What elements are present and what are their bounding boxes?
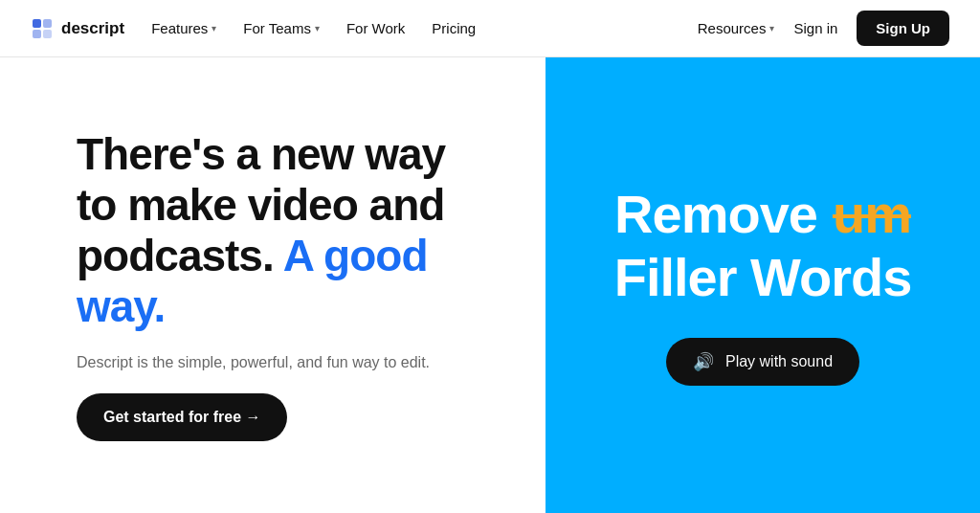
remove-line: Remove um [614, 185, 911, 244]
nav-pricing[interactable]: Pricing [432, 20, 476, 36]
logo[interactable]: descript [31, 17, 124, 40]
for-teams-chevron-icon: ▾ [315, 23, 320, 33]
remove-label: Remove [614, 185, 817, 244]
logo-text: descript [61, 19, 124, 38]
svg-rect-1 [43, 19, 52, 28]
blue-card: Remove um Filler Words 🔊 Play with sound [546, 57, 980, 513]
um-label: um [833, 185, 911, 244]
speaker-icon: 🔊 [693, 351, 714, 372]
hero-subheadline: Descript is the simple, powerful, and fu… [77, 351, 488, 374]
svg-rect-0 [33, 19, 41, 28]
play-with-sound-button[interactable]: 🔊 Play with sound [666, 338, 859, 386]
nav-for-work-label: For Work [346, 20, 405, 36]
navbar-left: descript Features ▾ For Teams ▾ For Work… [31, 17, 476, 40]
nav-pricing-label: Pricing [432, 20, 476, 36]
filler-words-line: Filler Words [614, 248, 912, 307]
features-chevron-icon: ▾ [212, 23, 216, 33]
filler-words-label: Filler Words [614, 248, 912, 307]
remove-filler-text: Remove um Filler Words [614, 185, 912, 306]
hero-left: There's a new way to make video and podc… [77, 129, 488, 441]
svg-rect-3 [43, 30, 52, 38]
resources-label: Resources [698, 20, 767, 36]
hero-right: Remove um Filler Words 🔊 Play with sound [546, 57, 980, 513]
nav-features[interactable]: Features ▾ [151, 20, 216, 36]
navbar-right: Resources ▾ Sign in Sign Up [698, 11, 949, 46]
sign-up-button[interactable]: Sign Up [857, 11, 949, 46]
main-content: There's a new way to make video and podc… [0, 57, 980, 513]
nav-for-teams[interactable]: For Teams ▾ [243, 20, 320, 36]
descript-logo-icon [31, 17, 54, 40]
navbar: descript Features ▾ For Teams ▾ For Work… [0, 0, 980, 57]
hero-headline: There's a new way to make video and podc… [77, 129, 488, 332]
play-label: Play with sound [725, 353, 833, 370]
nav-features-label: Features [151, 20, 208, 36]
svg-rect-2 [33, 30, 41, 38]
nav-for-work[interactable]: For Work [346, 20, 405, 36]
cta-button[interactable]: Get started for free → [77, 393, 287, 441]
resources-dropdown[interactable]: Resources ▾ [698, 20, 775, 36]
resources-chevron-icon: ▾ [769, 23, 774, 33]
nav-for-teams-label: For Teams [243, 20, 311, 36]
sign-in-button[interactable]: Sign in [793, 20, 837, 36]
